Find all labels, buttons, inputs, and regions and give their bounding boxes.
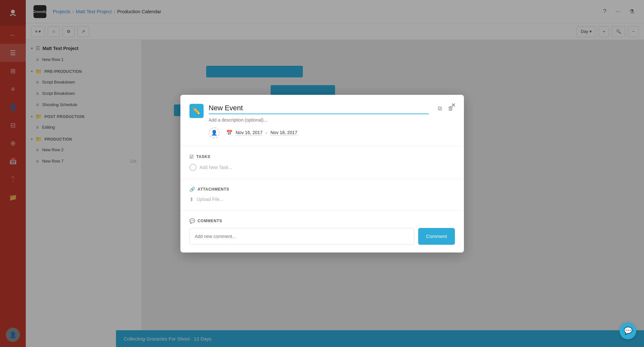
tasks-label: TASKS — [196, 154, 210, 159]
comments-label: COMMENTS — [197, 219, 222, 223]
attachments-title: 🔗 ATTACHMENTS — [189, 187, 455, 192]
modal-close-button[interactable]: × — [448, 100, 459, 110]
task-circle — [189, 164, 197, 171]
modal-description-input[interactable] — [209, 117, 429, 123]
date-end[interactable]: Nov 18, 2017 — [270, 130, 297, 136]
date-range: 📅 Nov 16, 2017 - Nov 18, 2017 — [226, 130, 297, 136]
comments-icon: 💬 — [189, 218, 195, 223]
add-task-row[interactable]: Add New Task... — [189, 164, 455, 171]
modal-overlay: × ✏️ 👤 📅 Nov 16, 2017 - Nov 18, 2017 — [0, 0, 644, 347]
modal-header: ✏️ 👤 📅 Nov 16, 2017 - Nov 18, 2017 ⧉ 🗑 — [180, 95, 464, 146]
comment-button[interactable]: Comment — [418, 228, 455, 245]
upload-row[interactable]: ⬆ Upload File... — [189, 196, 455, 203]
modal-title-section: 👤 📅 Nov 16, 2017 - Nov 18, 2017 — [209, 104, 429, 138]
assignee-avatar[interactable]: 👤 — [209, 127, 220, 138]
modal: × ✏️ 👤 📅 Nov 16, 2017 - Nov 18, 2017 — [180, 95, 464, 253]
date-start[interactable]: Nov 16, 2017 — [236, 130, 263, 136]
comment-input[interactable] — [189, 228, 415, 245]
modal-title-input[interactable] — [209, 104, 429, 114]
comments-section: 💬 COMMENTS Comment — [180, 211, 464, 253]
upload-icon: ⬆ — [189, 196, 194, 203]
date-separator: - — [266, 130, 267, 135]
attachments-icon: 🔗 — [189, 187, 195, 192]
tasks-section: ☑ TASKS Add New Task... — [180, 146, 464, 179]
calendar-icon: 📅 — [226, 130, 233, 136]
attachments-section: 🔗 ATTACHMENTS ⬆ Upload File... — [180, 179, 464, 211]
attachments-label: ATTACHMENTS — [197, 187, 229, 192]
copy-button[interactable]: ⧉ — [437, 104, 443, 113]
comments-title: 💬 COMMENTS — [189, 218, 455, 223]
comment-area: Comment — [189, 228, 455, 245]
tasks-icon: ☑ — [189, 154, 194, 159]
tasks-title: ☑ TASKS — [189, 154, 455, 159]
add-task-label: Add New Task... — [200, 165, 232, 170]
upload-label: Upload File... — [197, 197, 223, 202]
chat-button[interactable]: 💬 — [620, 322, 636, 339]
modal-meta: 👤 📅 Nov 16, 2017 - Nov 18, 2017 — [209, 127, 429, 138]
modal-event-icon: ✏️ — [189, 104, 204, 118]
